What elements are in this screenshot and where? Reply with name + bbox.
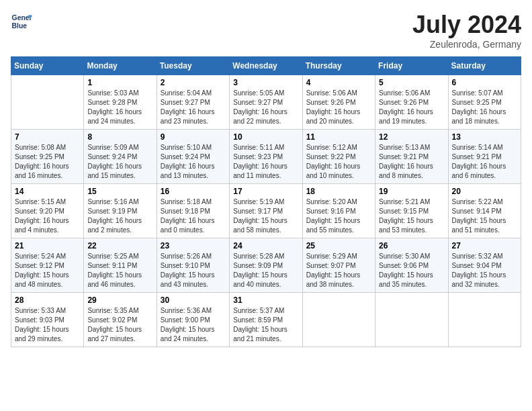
day-number: 28 — [15, 295, 80, 305]
weekday-header-sunday: Sunday — [11, 57, 84, 75]
day-number: 13 — [452, 132, 517, 142]
calendar-cell: 10Sunrise: 5:11 AMSunset: 9:23 PMDayligh… — [230, 130, 302, 184]
calendar-cell: 14Sunrise: 5:15 AMSunset: 9:20 PMDayligh… — [11, 184, 84, 238]
logo-icon: General Blue — [11, 11, 32, 32]
day-number: 30 — [161, 295, 226, 305]
day-info: Sunrise: 5:10 AMSunset: 9:24 PMDaylight:… — [161, 143, 226, 181]
day-info: Sunrise: 5:04 AMSunset: 9:27 PMDaylight:… — [161, 89, 226, 126]
day-number: 15 — [87, 187, 152, 196]
calendar-cell: 4Sunrise: 5:06 AMSunset: 9:26 PMDaylight… — [302, 75, 375, 130]
calendar-cell: 26Sunrise: 5:30 AMSunset: 9:06 PMDayligh… — [375, 238, 448, 293]
day-info: Sunrise: 5:32 AMSunset: 9:04 PMDaylight:… — [452, 252, 517, 289]
day-info: Sunrise: 5:24 AMSunset: 9:12 PMDaylight:… — [15, 252, 80, 289]
calendar-cell: 29Sunrise: 5:35 AMSunset: 9:02 PMDayligh… — [84, 293, 157, 347]
calendar-cell: 20Sunrise: 5:22 AMSunset: 9:14 PMDayligh… — [448, 184, 521, 238]
calendar-cell: 7Sunrise: 5:08 AMSunset: 9:25 PMDaylight… — [11, 130, 84, 184]
calendar-cell — [11, 75, 84, 130]
day-number: 8 — [87, 132, 152, 142]
day-number: 25 — [306, 241, 371, 250]
day-number: 5 — [379, 78, 444, 87]
calendar-week-row: 14Sunrise: 5:15 AMSunset: 9:20 PMDayligh… — [11, 184, 521, 238]
calendar-cell — [302, 293, 375, 347]
day-info: Sunrise: 5:13 AMSunset: 9:21 PMDaylight:… — [379, 143, 444, 181]
day-info: Sunrise: 5:16 AMSunset: 9:19 PMDaylight:… — [87, 197, 152, 235]
day-info: Sunrise: 5:22 AMSunset: 9:14 PMDaylight:… — [452, 197, 517, 235]
day-number: 12 — [379, 132, 444, 142]
calendar-cell: 12Sunrise: 5:13 AMSunset: 9:21 PMDayligh… — [375, 130, 448, 184]
day-info: Sunrise: 5:18 AMSunset: 9:18 PMDaylight:… — [161, 197, 226, 235]
day-number: 27 — [452, 241, 517, 250]
calendar-cell: 22Sunrise: 5:25 AMSunset: 9:11 PMDayligh… — [84, 238, 157, 293]
calendar-cell: 15Sunrise: 5:16 AMSunset: 9:19 PMDayligh… — [84, 184, 157, 238]
svg-text:Blue: Blue — [12, 22, 28, 30]
day-info: Sunrise: 5:09 AMSunset: 9:24 PMDaylight:… — [87, 143, 152, 181]
weekday-header-wednesday: Wednesday — [230, 57, 302, 75]
day-info: Sunrise: 5:11 AMSunset: 9:23 PMDaylight:… — [233, 143, 298, 181]
title-section: July 2024 Zeulenroda, Germany — [412, 11, 521, 50]
page-header: General Blue July 2024 Zeulenroda, Germa… — [11, 11, 521, 50]
calendar-cell: 1Sunrise: 5:03 AMSunset: 9:28 PMDaylight… — [84, 75, 157, 130]
day-number: 17 — [233, 187, 298, 196]
calendar-cell: 9Sunrise: 5:10 AMSunset: 9:24 PMDaylight… — [157, 130, 229, 184]
calendar-cell — [448, 293, 521, 347]
day-number: 26 — [379, 241, 444, 250]
day-number: 19 — [379, 187, 444, 196]
day-number: 6 — [452, 78, 517, 87]
calendar-cell: 27Sunrise: 5:32 AMSunset: 9:04 PMDayligh… — [448, 238, 521, 293]
day-number: 7 — [15, 132, 80, 142]
day-number: 20 — [452, 187, 517, 196]
day-info: Sunrise: 5:03 AMSunset: 9:28 PMDaylight:… — [87, 89, 152, 126]
day-info: Sunrise: 5:33 AMSunset: 9:03 PMDaylight:… — [15, 306, 80, 344]
month-title: July 2024 — [412, 11, 521, 39]
calendar-cell: 11Sunrise: 5:12 AMSunset: 9:22 PMDayligh… — [302, 130, 375, 184]
location-subtitle: Zeulenroda, Germany — [412, 39, 521, 50]
day-info: Sunrise: 5:07 AMSunset: 9:25 PMDaylight:… — [452, 89, 517, 126]
day-number: 31 — [233, 295, 298, 305]
day-info: Sunrise: 5:08 AMSunset: 9:25 PMDaylight:… — [15, 143, 80, 181]
day-number: 29 — [87, 295, 152, 305]
day-info: Sunrise: 5:37 AMSunset: 8:59 PMDaylight:… — [233, 306, 298, 344]
day-number: 2 — [161, 78, 226, 87]
day-number: 22 — [87, 241, 152, 250]
calendar-cell: 13Sunrise: 5:14 AMSunset: 9:21 PMDayligh… — [448, 130, 521, 184]
calendar-cell: 3Sunrise: 5:05 AMSunset: 9:27 PMDaylight… — [230, 75, 302, 130]
day-number: 10 — [233, 132, 298, 142]
day-info: Sunrise: 5:28 AMSunset: 9:09 PMDaylight:… — [233, 252, 298, 289]
day-info: Sunrise: 5:14 AMSunset: 9:21 PMDaylight:… — [452, 143, 517, 181]
calendar-cell: 23Sunrise: 5:26 AMSunset: 9:10 PMDayligh… — [157, 238, 229, 293]
calendar-cell: 31Sunrise: 5:37 AMSunset: 8:59 PMDayligh… — [230, 293, 302, 347]
calendar-cell: 30Sunrise: 5:36 AMSunset: 9:00 PMDayligh… — [157, 293, 229, 347]
weekday-header-tuesday: Tuesday — [157, 57, 229, 75]
day-number: 3 — [233, 78, 298, 87]
calendar-week-row: 7Sunrise: 5:08 AMSunset: 9:25 PMDaylight… — [11, 130, 521, 184]
day-number: 9 — [161, 132, 226, 142]
calendar-week-row: 1Sunrise: 5:03 AMSunset: 9:28 PMDaylight… — [11, 75, 521, 130]
calendar-cell: 19Sunrise: 5:21 AMSunset: 9:15 PMDayligh… — [375, 184, 448, 238]
calendar-cell: 18Sunrise: 5:20 AMSunset: 9:16 PMDayligh… — [302, 184, 375, 238]
day-info: Sunrise: 5:29 AMSunset: 9:07 PMDaylight:… — [306, 252, 371, 289]
day-info: Sunrise: 5:19 AMSunset: 9:17 PMDaylight:… — [233, 197, 298, 235]
day-info: Sunrise: 5:06 AMSunset: 9:26 PMDaylight:… — [379, 89, 444, 126]
weekday-header-friday: Friday — [375, 57, 448, 75]
day-info: Sunrise: 5:26 AMSunset: 9:10 PMDaylight:… — [161, 252, 226, 289]
day-number: 11 — [306, 132, 371, 142]
day-info: Sunrise: 5:35 AMSunset: 9:02 PMDaylight:… — [87, 306, 152, 344]
day-number: 16 — [161, 187, 226, 196]
day-info: Sunrise: 5:20 AMSunset: 9:16 PMDaylight:… — [306, 197, 371, 235]
logo: General Blue — [11, 11, 35, 32]
day-info: Sunrise: 5:05 AMSunset: 9:27 PMDaylight:… — [233, 89, 298, 126]
calendar-cell: 21Sunrise: 5:24 AMSunset: 9:12 PMDayligh… — [11, 238, 84, 293]
calendar-cell: 2Sunrise: 5:04 AMSunset: 9:27 PMDaylight… — [157, 75, 229, 130]
day-number: 23 — [161, 241, 226, 250]
calendar-cell: 24Sunrise: 5:28 AMSunset: 9:09 PMDayligh… — [230, 238, 302, 293]
weekday-header-thursday: Thursday — [302, 57, 375, 75]
calendar-cell: 8Sunrise: 5:09 AMSunset: 9:24 PMDaylight… — [84, 130, 157, 184]
weekday-header-saturday: Saturday — [448, 57, 521, 75]
day-number: 24 — [233, 241, 298, 250]
day-info: Sunrise: 5:36 AMSunset: 9:00 PMDaylight:… — [161, 306, 226, 344]
calendar-cell: 25Sunrise: 5:29 AMSunset: 9:07 PMDayligh… — [302, 238, 375, 293]
day-number: 4 — [306, 78, 371, 87]
calendar-week-row: 21Sunrise: 5:24 AMSunset: 9:12 PMDayligh… — [11, 238, 521, 293]
day-info: Sunrise: 5:12 AMSunset: 9:22 PMDaylight:… — [306, 143, 371, 181]
day-number: 21 — [15, 241, 80, 250]
